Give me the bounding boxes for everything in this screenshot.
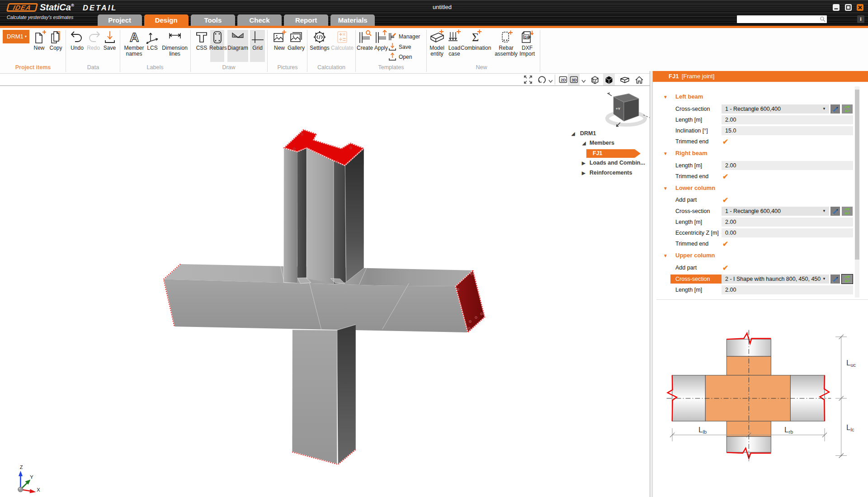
tree-expanded-icon[interactable]: ◢ bbox=[582, 141, 586, 146]
home-view-button[interactable] bbox=[634, 75, 644, 87]
idea-logo: IDEA bbox=[6, 3, 38, 12]
sync-cross-section-button[interactable] bbox=[842, 207, 853, 216]
ribbon-button-lcs[interactable]: LCS bbox=[145, 29, 160, 51]
ribbon-button-save[interactable]: Save bbox=[101, 29, 118, 51]
section-lower-column[interactable]: ▼Lower column bbox=[675, 184, 715, 192]
tree-item-reinforcements[interactable]: Reinforcements bbox=[590, 170, 632, 176]
ribbon-button-diagram[interactable]: Diagram bbox=[227, 29, 248, 51]
edit-cross-section-button[interactable] bbox=[830, 275, 840, 284]
maximize-button[interactable] bbox=[845, 4, 852, 11]
panel-scrollbar[interactable] bbox=[855, 86, 859, 298]
ribbon-button-calculate[interactable]: Calculate bbox=[330, 29, 354, 51]
tab-check[interactable]: Check bbox=[237, 14, 282, 26]
ribbon-button-model-entity[interactable]: Model entity bbox=[427, 29, 447, 57]
length-field[interactable]: 2.00 bbox=[722, 285, 853, 294]
ribbon-button-member-names[interactable]: A Member names bbox=[121, 29, 147, 57]
ribbon-button-template-apply[interactable]: Apply bbox=[373, 29, 390, 51]
cross-section-dropdown[interactable]: 1 - Rectangle 600,400▼ bbox=[722, 104, 829, 114]
panel-header: FJ1 [Frame joint] bbox=[653, 71, 868, 82]
trimmed-end-checkbox[interactable]: ✔ bbox=[722, 173, 730, 180]
ribbon-button-dxf-import[interactable]: DXF DXF Import bbox=[517, 29, 538, 57]
titlebar: IDEA StatiCa® DETAIL Calculate yesterday… bbox=[0, 0, 868, 26]
unfold-view-button[interactable] bbox=[619, 75, 630, 87]
ribbon-button-grid[interactable]: Grid bbox=[250, 29, 265, 51]
cross-section-dropdown[interactable]: 2 - I Shape with haunch 800, 450, 450▼ bbox=[722, 275, 829, 284]
ribbon-button-template-save[interactable]: Save bbox=[388, 42, 411, 52]
tab-report[interactable]: Report bbox=[284, 14, 328, 26]
trimmed-end-checkbox[interactable]: ✔ bbox=[722, 138, 730, 146]
section-right-beam[interactable]: ▼Right beam bbox=[675, 149, 708, 157]
inclination-field[interactable]: 15.0 bbox=[722, 126, 853, 135]
project-item-selector[interactable]: DRM1▾ bbox=[3, 30, 29, 43]
ribbon-button-css[interactable]: CSS bbox=[193, 29, 210, 51]
edit-cross-section-button[interactable] bbox=[830, 207, 840, 216]
tree-collapsed-icon[interactable]: ▶ bbox=[582, 170, 585, 175]
close-button[interactable] bbox=[857, 4, 863, 11]
row-label-cross-section-selected[interactable]: Cross-section bbox=[670, 275, 722, 284]
pencil-icon bbox=[830, 275, 840, 284]
nav-cube[interactable]: +Y bbox=[607, 92, 650, 127]
tab-design[interactable]: Design bbox=[144, 14, 189, 26]
3d-dropdown-caret[interactable] bbox=[581, 77, 586, 85]
tab-materials[interactable]: Materials bbox=[330, 14, 375, 26]
nav-cube-axis-tick bbox=[608, 92, 612, 96]
ribbon-button-rebars[interactable]: Rebars bbox=[209, 29, 225, 51]
length-field[interactable]: 2.00 bbox=[722, 161, 853, 170]
button-label: Undo bbox=[69, 45, 85, 51]
tree-item-fj1-selected[interactable]: FJ1 bbox=[586, 149, 641, 158]
ribbon-button-rebar-assembly[interactable]: Rebar assembly bbox=[492, 29, 520, 57]
ribbon-button-settings[interactable]: Settings bbox=[309, 29, 330, 51]
search-input[interactable] bbox=[737, 15, 827, 23]
section-upper-column[interactable]: ▼Upper column bbox=[675, 251, 715, 260]
tab-project[interactable]: Project bbox=[98, 14, 142, 26]
3d-view-button[interactable]: 3D bbox=[570, 75, 579, 86]
panel-scrollbar-thumb[interactable] bbox=[855, 90, 859, 260]
sync-cross-section-button[interactable] bbox=[842, 104, 853, 114]
fit-view-button[interactable] bbox=[524, 75, 533, 86]
ribbon-button-redo[interactable]: Redo bbox=[85, 29, 102, 51]
orbit-button[interactable] bbox=[538, 75, 547, 87]
template-open-icon bbox=[388, 52, 397, 62]
ribbon-button-template-manager[interactable]: Manager bbox=[388, 32, 420, 42]
add-part-checkbox[interactable]: ✔ bbox=[722, 264, 730, 272]
tree-collapsed-icon[interactable]: ▶ bbox=[582, 161, 585, 166]
3d-viewport[interactable]: +Y Z Y X ◢ DRM1 bbox=[0, 86, 650, 497]
info-button[interactable]: i bbox=[857, 15, 864, 23]
upper-column-recess bbox=[297, 148, 307, 278]
tree-item-members[interactable]: Members bbox=[590, 140, 614, 146]
trimmed-end-checkbox[interactable]: ✔ bbox=[722, 240, 730, 248]
orbit-dropdown-caret[interactable] bbox=[548, 77, 553, 85]
eccentricity-field[interactable]: 0.00 bbox=[722, 228, 853, 237]
2d-view-button[interactable]: 2D bbox=[559, 75, 568, 86]
tree-item-loads[interactable]: Loads and Combin... bbox=[590, 160, 645, 166]
ribbon-button-new-project-item[interactable]: New bbox=[31, 29, 47, 51]
axis-y-label: Y bbox=[30, 474, 33, 480]
length-field[interactable]: 2.00 bbox=[722, 218, 853, 227]
ribbon-button-copy-project-item[interactable]: Copy bbox=[47, 29, 64, 51]
panel-splitter[interactable] bbox=[650, 71, 653, 497]
add-part-checkbox[interactable]: ✔ bbox=[722, 196, 730, 204]
ribbon-button-load-case[interactable]: Load case bbox=[446, 29, 462, 57]
upper-column-recess2 bbox=[334, 161, 346, 284]
ribbon-button-undo[interactable]: Undo bbox=[69, 29, 85, 51]
tab-tools[interactable]: Tools bbox=[191, 14, 235, 26]
ribbon-button-template-create[interactable]: Create bbox=[355, 29, 374, 51]
section-collapse-icon: ▼ bbox=[663, 252, 668, 260]
minimize-button[interactable] bbox=[833, 4, 840, 11]
ribbon-button-dimension-lines[interactable]: Dimension lines bbox=[160, 29, 189, 57]
project-selector-label: DRM1 bbox=[7, 33, 24, 40]
length-field[interactable]: 2.00 bbox=[722, 115, 853, 124]
edit-cross-section-button[interactable] bbox=[830, 104, 840, 114]
sync-cross-section-button-focused[interactable] bbox=[842, 275, 853, 284]
solid-view-button[interactable] bbox=[604, 75, 614, 87]
render-image-button[interactable] bbox=[590, 75, 600, 87]
ribbon-button-new-picture[interactable]: New bbox=[271, 29, 288, 51]
ribbon-button-template-open[interactable]: Open bbox=[388, 52, 412, 62]
ribbon-button-gallery[interactable]: Gallery bbox=[287, 29, 306, 51]
ribbon-button-combination[interactable]: Σ Combination bbox=[461, 29, 490, 51]
section-left-beam[interactable]: ▼Left beam bbox=[675, 93, 703, 101]
cross-section-dropdown[interactable]: 1 - Rectangle 600,400▼ bbox=[722, 207, 829, 216]
tree-expanded-icon[interactable]: ◢ bbox=[571, 131, 575, 136]
tree-item-drm1[interactable]: DRM1 bbox=[580, 130, 596, 137]
field-value: 2.00 bbox=[725, 117, 736, 123]
